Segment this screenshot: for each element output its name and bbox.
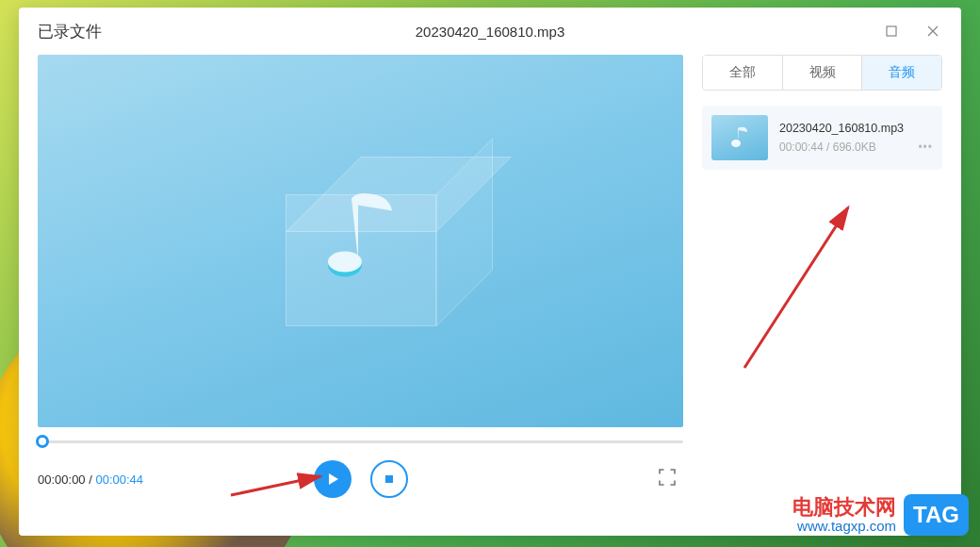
filter-tabs: 全部 视频 音频 bbox=[702, 55, 942, 91]
player-controls: 00:00:00 / 00:00:44 bbox=[38, 456, 683, 503]
file-thumbnail bbox=[711, 115, 768, 160]
fullscreen-button[interactable] bbox=[659, 469, 676, 489]
fullscreen-icon bbox=[659, 469, 676, 486]
close-icon bbox=[927, 25, 939, 37]
titlebar: 已录文件 20230420_160810.mp3 bbox=[19, 8, 961, 55]
play-icon bbox=[325, 472, 340, 487]
player-window: 已录文件 20230420_160810.mp3 bbox=[19, 8, 961, 536]
svg-rect-5 bbox=[385, 475, 393, 483]
stop-icon bbox=[383, 472, 396, 486]
playback-buttons bbox=[314, 460, 408, 498]
tab-audio[interactable]: 音频 bbox=[861, 56, 941, 90]
watermark-tag: TAG bbox=[904, 494, 969, 536]
sidebar: 全部 视频 音频 20230420_160810.mp3 00:00:44 / … bbox=[702, 55, 942, 517]
progress-thumb[interactable] bbox=[36, 435, 49, 448]
file-name: 20230420_160810.mp3 bbox=[779, 122, 933, 135]
total-time: 00:00:44 bbox=[95, 472, 143, 487]
file-list-item[interactable]: 20230420_160810.mp3 00:00:44 / 696.0KB •… bbox=[702, 106, 942, 170]
progress-track bbox=[38, 440, 683, 443]
file-info: 20230420_160810.mp3 00:00:44 / 696.0KB •… bbox=[779, 115, 933, 160]
maximize-icon bbox=[886, 25, 897, 37]
content-area: 00:00:00 / 00:00:44 bbox=[19, 55, 961, 536]
music-note-icon bbox=[729, 125, 750, 150]
progress-bar[interactable] bbox=[38, 427, 683, 456]
tab-all[interactable]: 全部 bbox=[703, 56, 782, 90]
play-button[interactable] bbox=[314, 460, 351, 498]
maximize-button[interactable] bbox=[871, 10, 912, 52]
current-time: 00:00:00 bbox=[38, 472, 86, 487]
player-area: 00:00:00 / 00:00:44 bbox=[38, 55, 683, 517]
time-display: 00:00:00 / 00:00:44 bbox=[38, 472, 143, 487]
watermark: 电脑技术网 www.tagxp.com TAG bbox=[792, 494, 969, 536]
window-controls bbox=[871, 8, 954, 55]
file-meta: 00:00:44 / 696.0KB ••• bbox=[779, 141, 933, 154]
media-preview[interactable] bbox=[38, 55, 683, 427]
svg-point-6 bbox=[731, 140, 741, 147]
svg-rect-0 bbox=[887, 26, 896, 36]
watermark-url: www.tagxp.com bbox=[797, 519, 896, 535]
music-note-icon bbox=[318, 184, 403, 288]
close-button[interactable] bbox=[912, 10, 954, 52]
tab-video[interactable]: 视频 bbox=[782, 56, 862, 90]
audio-visual-cube bbox=[276, 157, 446, 326]
svg-point-4 bbox=[328, 251, 362, 272]
stop-button[interactable] bbox=[370, 460, 408, 498]
watermark-cn: 电脑技术网 bbox=[792, 496, 896, 519]
more-options-button[interactable]: ••• bbox=[918, 141, 933, 154]
window-title: 已录文件 bbox=[38, 21, 102, 42]
file-title: 20230420_160810.mp3 bbox=[416, 24, 564, 40]
